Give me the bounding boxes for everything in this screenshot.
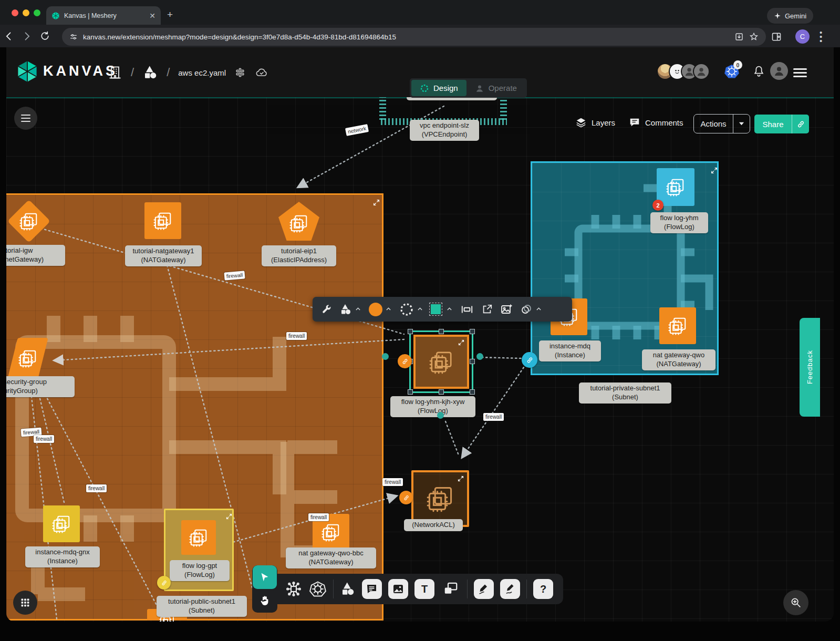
resize-handle[interactable] (439, 329, 444, 334)
freehand-pen-tool[interactable] (500, 579, 520, 599)
star-icon[interactable] (749, 32, 759, 42)
node-nat-gateway-1[interactable] (144, 202, 181, 239)
fill-color-picker[interactable] (369, 303, 392, 316)
link-badge[interactable] (157, 576, 171, 590)
node-flow-log-selected[interactable] (409, 330, 473, 393)
shape-picker[interactable] (339, 303, 361, 316)
reload-icon[interactable] (36, 31, 54, 41)
wrench-icon[interactable] (321, 304, 332, 315)
node-label-security-group[interactable]: tutorial-security-group (SecurityGroup) (6, 376, 75, 397)
pan-tool[interactable] (253, 589, 277, 612)
resize-handle[interactable] (470, 329, 475, 334)
tab-design[interactable]: Design (411, 80, 466, 96)
tab-operate[interactable]: Operate (466, 80, 525, 96)
node-label-nat-gateway-qwo[interactable]: nat gateway-qwo (NATGateway) (642, 349, 715, 370)
node-label-instance-mdq-gnx[interactable]: instance-mdq-gnx (Instance) (25, 546, 100, 567)
browser-profile-avatar[interactable]: C (795, 29, 810, 44)
bookmark-box-icon[interactable] (734, 32, 744, 42)
shortcuts-icon[interactable] (234, 67, 246, 78)
resize-handle[interactable] (408, 389, 413, 395)
edge-label-firewall[interactable]: firewall (86, 484, 107, 492)
edge-label-firewall[interactable]: firewall (34, 435, 54, 443)
node-nat-gateway-qwo[interactable] (659, 307, 696, 344)
actions-dropdown-icon[interactable] (733, 115, 750, 133)
feedback-tab[interactable]: Feedback (800, 318, 820, 417)
designs-icon[interactable] (142, 65, 158, 80)
group-style-picker[interactable] (520, 303, 542, 316)
link-badge[interactable] (522, 352, 537, 368)
browser-menu-icon[interactable]: ••• (820, 30, 822, 43)
node-network-acl[interactable] (411, 470, 469, 527)
node-label-flow-log-yhm[interactable]: flow log-yhm (FlowLog) (650, 212, 708, 233)
layers-button[interactable]: Layers (575, 117, 615, 128)
collapse-group-icon[interactable] (458, 339, 464, 346)
link-badge[interactable] (399, 491, 413, 504)
help-tool[interactable]: ? (533, 579, 553, 599)
notifications-bell-icon[interactable] (752, 65, 765, 78)
node-label-flow-log-gpt[interactable]: flow log-gpt (FlowLog) (170, 560, 230, 581)
edge-label-firewall[interactable]: firewall (382, 478, 403, 486)
edge-label-firewall[interactable]: firewall (483, 413, 504, 421)
add-image-icon[interactable] (500, 303, 513, 316)
window-minimize-button[interactable] (23, 9, 29, 16)
shapes-tool-icon[interactable] (340, 581, 356, 597)
collapse-group-icon[interactable] (226, 513, 232, 520)
kubernetes-tool-icon[interactable] (309, 580, 327, 598)
collapse-group-icon[interactable] (373, 199, 380, 206)
node-label-private-subnet[interactable]: tutorial-private-subnet1 (Subnet) (579, 382, 671, 404)
resize-handle[interactable] (408, 329, 413, 334)
url-text[interactable]: kanvas.new/extension/meshmap?mode=design… (83, 33, 729, 41)
side-panel-icon[interactable] (771, 32, 782, 42)
link-badge[interactable] (398, 354, 412, 368)
site-settings-icon[interactable] (69, 33, 78, 41)
node-flow-log-yhm[interactable] (657, 168, 694, 206)
open-in-new-icon[interactable] (481, 304, 493, 315)
edge-pen-tool[interactable] (474, 579, 494, 599)
edge-label-firewall[interactable]: firewall (286, 332, 307, 340)
node-label-vpc-endpoint[interactable]: vpc endpoint-slz (VPCEndpoint) (410, 120, 479, 141)
node-instance-mdq-gnx[interactable] (43, 505, 80, 542)
component-node-icon[interactable] (285, 580, 303, 598)
forward-icon[interactable] (18, 31, 36, 42)
resize-handle[interactable] (470, 359, 475, 364)
back-icon[interactable] (0, 31, 18, 42)
note-tool[interactable] (441, 579, 461, 599)
header-menu-icon[interactable] (793, 66, 807, 79)
node-label-nat-gateway-qwo-bbc[interactable]: nat gateway-qwo-bbc (NATGateway) (286, 547, 376, 568)
share-button[interactable]: Share (754, 115, 809, 133)
image-tool[interactable] (388, 579, 408, 599)
window-zoom-button[interactable] (34, 9, 40, 16)
resize-handle[interactable] (439, 389, 444, 395)
resize-handle[interactable] (470, 389, 475, 395)
flow-log-node-body[interactable] (413, 335, 469, 389)
border-style-picker[interactable] (399, 302, 423, 317)
collapse-group-icon[interactable] (458, 475, 464, 482)
connection-dot[interactable] (382, 353, 389, 360)
comment-tool[interactable] (362, 579, 382, 599)
zoom-in-button[interactable] (783, 590, 808, 615)
resize-width-icon[interactable] (460, 303, 474, 316)
connection-dot[interactable] (437, 412, 444, 419)
node-label-eip1[interactable]: tutorial-eip1 (ElasticIPAddress) (262, 245, 336, 266)
new-tab-button[interactable]: + (167, 9, 173, 20)
window-close-button[interactable] (12, 9, 18, 16)
cloud-sync-icon[interactable] (254, 66, 269, 79)
kanvas-logo-icon[interactable] (16, 60, 39, 83)
copy-link-icon[interactable] (792, 115, 809, 133)
node-label-instance-mdq[interactable]: instance-mdq (Instance) (539, 340, 601, 361)
collapse-group-icon[interactable] (711, 167, 718, 174)
gemini-button[interactable]: Gemini (767, 8, 813, 24)
canvas-menu-button[interactable] (14, 107, 37, 130)
organization-icon[interactable] (108, 65, 122, 80)
node-label-natgateway1[interactable]: tutorial-natgateway1 (NATGateway) (125, 245, 202, 266)
connection-dot[interactable] (476, 353, 483, 360)
edge-label-firewall[interactable]: firewall (308, 513, 329, 521)
text-tool[interactable]: T (414, 579, 434, 599)
user-profile-button[interactable] (770, 62, 788, 80)
node-label-flow-log-selected[interactable]: flow log-yhm-kjh-xyw (FlowLog) (390, 396, 475, 417)
k8s-context-switcher[interactable]: 0 (724, 64, 740, 79)
cursor-tool[interactable] (253, 565, 277, 589)
widgets-button[interactable] (13, 591, 37, 615)
node-flow-log-gpt[interactable] (181, 520, 216, 555)
node-label-network-acl[interactable]: (NetworkACL) (404, 519, 463, 531)
